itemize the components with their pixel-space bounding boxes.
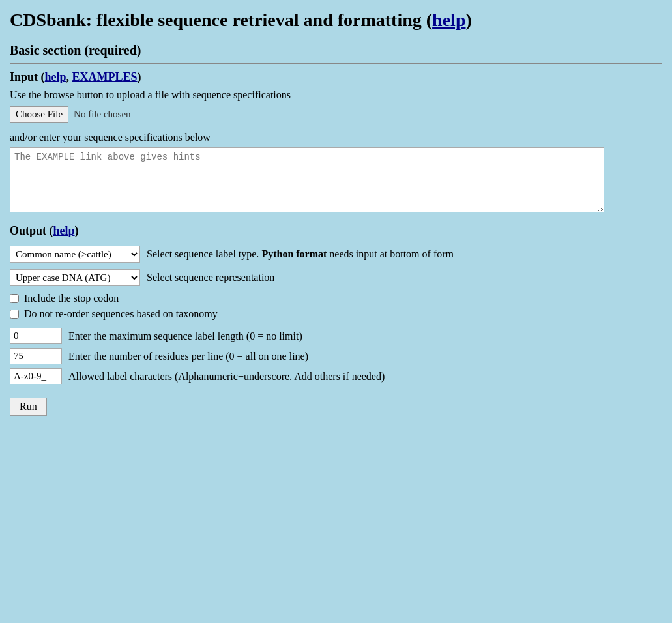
checkboxes-section: Include the stop codon Do not re-order s… xyxy=(10,293,662,320)
output-section: Output (help) Common name (>cattle) Scie… xyxy=(10,224,662,416)
file-upload-row: Choose File No file chosen xyxy=(10,106,662,123)
label-type-row: Common name (>cattle) Scientific name Ac… xyxy=(10,246,662,263)
run-button[interactable]: Run xyxy=(10,398,47,416)
enter-sequence-text: and/or enter your sequence specification… xyxy=(10,132,662,143)
residues-per-line-input[interactable] xyxy=(10,348,62,364)
choose-file-button[interactable]: Choose File xyxy=(10,106,68,123)
representation-row: Upper case DNA (ATG) Lower case DNA (atg… xyxy=(10,269,662,286)
allowed-chars-input[interactable] xyxy=(10,368,62,384)
max-label-length-row: Enter the maximum sequence label length … xyxy=(10,328,662,344)
label-type-description: Select sequence label type. Python forma… xyxy=(147,248,454,260)
basic-section-heading: Basic section (required) xyxy=(10,43,662,58)
residues-per-line-row: Enter the number of residues per line (0… xyxy=(10,348,662,364)
header-help-link[interactable]: help xyxy=(432,10,465,30)
python-format-bold: Python format xyxy=(261,248,327,259)
reorder-label: Do not re-order sequences based on taxon… xyxy=(24,308,218,320)
input-label: Input (help, EXAMPLES) xyxy=(10,70,662,84)
output-label: Output (help) xyxy=(10,224,662,238)
max-label-length-input[interactable] xyxy=(10,328,62,344)
stop-codon-checkbox[interactable] xyxy=(10,294,19,303)
no-file-label: No file chosen xyxy=(74,109,130,120)
input-section: Input (help, EXAMPLES) Use the browse bu… xyxy=(10,70,662,215)
representation-description: Select sequence representation xyxy=(147,272,274,283)
sequence-input-textarea[interactable] xyxy=(10,147,604,212)
page-title: CDSbank: flexible sequence retrieval and… xyxy=(10,7,662,31)
input-help-link[interactable]: help xyxy=(45,70,66,83)
output-help-link[interactable]: help xyxy=(53,224,75,237)
label-type-select[interactable]: Common name (>cattle) Scientific name Ac… xyxy=(10,246,140,263)
reorder-checkbox[interactable] xyxy=(10,310,19,319)
max-label-length-desc: Enter the maximum sequence label length … xyxy=(68,330,302,342)
stop-codon-label: Include the stop codon xyxy=(24,293,119,304)
header-divider xyxy=(10,36,662,36)
input-examples-link[interactable]: EXAMPLES xyxy=(72,70,138,83)
allowed-chars-row: Allowed label characters (Alphanumeric+u… xyxy=(10,368,662,384)
basic-section: Basic section (required) xyxy=(10,43,662,64)
basic-section-divider xyxy=(10,63,662,64)
representation-select[interactable]: Upper case DNA (ATG) Lower case DNA (atg… xyxy=(10,269,140,286)
allowed-chars-desc: Allowed label characters (Alphanumeric+u… xyxy=(68,371,385,383)
stop-codon-row: Include the stop codon xyxy=(10,293,662,304)
residues-per-line-desc: Enter the number of residues per line (0… xyxy=(68,351,308,362)
reorder-row: Do not re-order sequences based on taxon… xyxy=(10,308,662,320)
browse-text: Use the browse button to upload a file w… xyxy=(10,89,662,101)
